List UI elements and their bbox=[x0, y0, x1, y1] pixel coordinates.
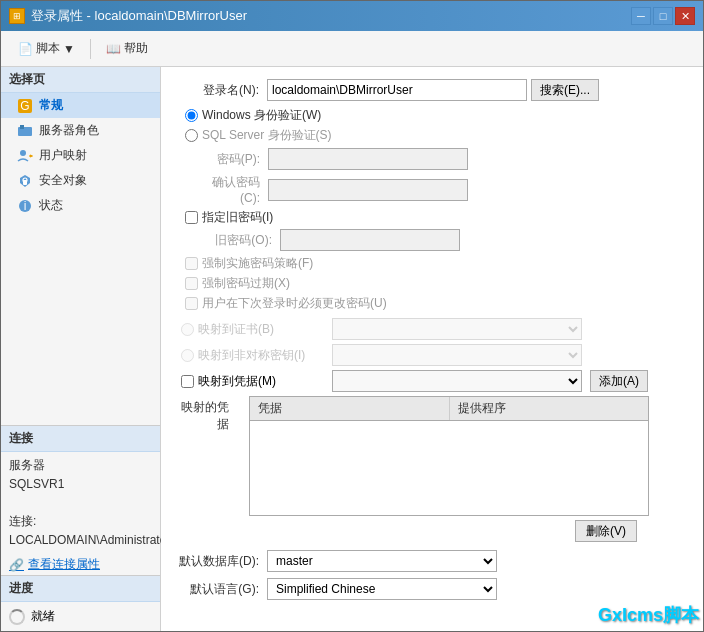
script-button[interactable]: 📄 脚本 ▼ bbox=[9, 36, 84, 61]
map-key-radio[interactable] bbox=[181, 349, 194, 362]
password-row: 密码(P): bbox=[193, 148, 687, 170]
map-cert-label: 映射到证书(B) bbox=[198, 321, 328, 338]
connect-label: 连接: bbox=[9, 512, 152, 531]
sidebar-item-label-status: 状态 bbox=[39, 197, 63, 214]
general-icon: G bbox=[17, 98, 33, 114]
enforce-expiration-label: 强制密码过期(X) bbox=[202, 275, 290, 292]
minimize-button[interactable]: ─ bbox=[631, 7, 651, 25]
sql-auth-radio[interactable] bbox=[185, 129, 198, 142]
enforce-expiration-checkbox[interactable] bbox=[185, 277, 198, 290]
toolbar: 📄 脚本 ▼ 📖 帮助 bbox=[1, 31, 703, 67]
script-icon: 📄 bbox=[18, 42, 33, 56]
connect-info: 服务器 SQLSVR1 连接: LOCALDOMAIN\Administrato… bbox=[1, 452, 160, 554]
default-database-select[interactable]: master bbox=[267, 550, 497, 572]
confirm-password-row: 确认密码(C): bbox=[193, 174, 687, 205]
sidebar: 选择页 G 常规 服务器角色 用户映射 bbox=[1, 67, 161, 631]
sql-auth-label: SQL Server 身份验证(S) bbox=[202, 127, 332, 144]
search-button[interactable]: 搜索(E)... bbox=[531, 79, 599, 101]
must-change-password-checkbox[interactable] bbox=[185, 297, 198, 310]
server-value: SQLSVR1 bbox=[9, 475, 152, 494]
old-password-row: 旧密码(O): bbox=[205, 229, 687, 251]
credentials-table: 凭据 提供程序 bbox=[249, 396, 649, 516]
view-properties-label: 查看连接属性 bbox=[28, 556, 100, 573]
main-content: 选择页 G 常规 服务器角色 用户映射 bbox=[1, 67, 703, 631]
delete-button[interactable]: 删除(V) bbox=[575, 520, 637, 542]
help-button[interactable]: 📖 帮助 bbox=[97, 36, 157, 61]
map-credential-checkbox[interactable] bbox=[181, 375, 194, 388]
sidebar-item-user-mapping[interactable]: 用户映射 bbox=[1, 143, 160, 168]
bottom-fields: 默认数据库(D): master 默认语言(G): Simplified Chi… bbox=[177, 550, 687, 600]
specify-old-password-row: 指定旧密码(I) bbox=[185, 209, 687, 226]
progress-status: 就绪 bbox=[31, 608, 55, 625]
key-select[interactable] bbox=[332, 344, 582, 366]
add-credential-button[interactable]: 添加(A) bbox=[590, 370, 648, 392]
title-bar-left: ⊞ 登录属性 - localdomain\DBMirrorUser bbox=[9, 7, 247, 25]
enforce-expiration-row: 强制密码过期(X) bbox=[185, 275, 687, 292]
help-icon: 📖 bbox=[106, 42, 121, 56]
credential-col-header: 凭据 bbox=[250, 397, 450, 420]
password-section: 密码(P): 确认密码(C): bbox=[193, 148, 687, 205]
progress-item: 就绪 bbox=[1, 602, 160, 631]
svg-point-4 bbox=[20, 150, 26, 156]
login-name-input[interactable] bbox=[267, 79, 527, 101]
sql-auth-row: SQL Server 身份验证(S) bbox=[177, 127, 687, 144]
sidebar-item-securables[interactable]: 安全对象 bbox=[1, 168, 160, 193]
specify-old-password-checkbox[interactable] bbox=[185, 211, 198, 224]
confirm-password-input[interactable] bbox=[268, 179, 468, 201]
title-buttons: ─ □ ✕ bbox=[631, 7, 695, 25]
cred-table-body bbox=[250, 421, 648, 511]
password-label: 密码(P): bbox=[193, 151, 268, 168]
cred-label-row: 映射的凭据 凭据 提供程序 bbox=[177, 396, 687, 516]
mapped-credentials-label: 映射的凭据 bbox=[177, 396, 237, 433]
delete-btn-row: 删除(V) bbox=[177, 520, 637, 542]
map-key-label: 映射到非对称密钥(I) bbox=[198, 347, 328, 364]
password-input[interactable] bbox=[268, 148, 468, 170]
enforce-policy-checkbox[interactable] bbox=[185, 257, 198, 270]
provider-col-header: 提供程序 bbox=[450, 397, 649, 420]
server-label: 服务器 bbox=[9, 456, 152, 475]
close-button[interactable]: ✕ bbox=[675, 7, 695, 25]
window-title: 登录属性 - localdomain\DBMirrorUser bbox=[31, 7, 247, 25]
window-icon: ⊞ bbox=[9, 8, 25, 24]
link-icon: 🔗 bbox=[9, 558, 24, 572]
svg-rect-3 bbox=[20, 125, 24, 129]
cert-select[interactable] bbox=[332, 318, 582, 340]
credential-select[interactable] bbox=[332, 370, 582, 392]
sidebar-item-server-roles[interactable]: 服务器角色 bbox=[1, 118, 160, 143]
script-label: 脚本 bbox=[36, 40, 60, 57]
default-database-label: 默认数据库(D): bbox=[177, 553, 267, 570]
form-area: 登录名(N): 搜索(E)... Windows 身份验证(W) SQL Ser… bbox=[161, 67, 703, 631]
map-to-cert-row: 映射到证书(B) bbox=[177, 318, 687, 340]
default-language-label: 默认语言(G): bbox=[177, 581, 267, 598]
sidebar-item-status[interactable]: i 状态 bbox=[1, 193, 160, 218]
login-name-controls: 搜索(E)... bbox=[267, 79, 687, 101]
map-to-credential-row: 映射到凭据(M) 添加(A) bbox=[177, 370, 687, 392]
sidebar-item-label-general: 常规 bbox=[39, 97, 63, 114]
sidebar-item-general[interactable]: G 常规 bbox=[1, 93, 160, 118]
svg-text:i: i bbox=[24, 199, 27, 213]
enforce-policy-row: 强制实施密码策略(F) bbox=[185, 255, 687, 272]
select-page-title: 选择页 bbox=[1, 67, 160, 93]
login-name-row: 登录名(N): 搜索(E)... bbox=[177, 79, 687, 101]
user-mapping-icon bbox=[17, 148, 33, 164]
progress-section: 进度 就绪 bbox=[1, 575, 160, 631]
view-properties-link[interactable]: 🔗 查看连接属性 bbox=[1, 554, 160, 575]
svg-text:G: G bbox=[20, 99, 29, 113]
progress-spinner bbox=[9, 609, 25, 625]
must-change-password-row: 用户在下次登录时必须更改密码(U) bbox=[185, 295, 687, 312]
default-language-select[interactable]: Simplified Chinese bbox=[267, 578, 497, 600]
maximize-button[interactable]: □ bbox=[653, 7, 673, 25]
connect-value: LOCALDOMAIN\Administrator bbox=[9, 531, 152, 550]
default-language-row: 默认语言(G): Simplified Chinese bbox=[177, 578, 687, 600]
help-label: 帮助 bbox=[124, 40, 148, 57]
connect-title: 连接 bbox=[1, 426, 160, 452]
map-cert-radio[interactable] bbox=[181, 323, 194, 336]
specify-old-password-label: 指定旧密码(I) bbox=[202, 209, 273, 226]
login-name-label: 登录名(N): bbox=[177, 82, 267, 99]
connect-section: 连接 服务器 SQLSVR1 连接: LOCALDOMAIN\Administr… bbox=[1, 425, 160, 575]
sidebar-item-label-server-roles: 服务器角色 bbox=[39, 122, 99, 139]
server-roles-icon bbox=[17, 123, 33, 139]
windows-auth-radio[interactable] bbox=[185, 109, 198, 122]
old-password-input[interactable] bbox=[280, 229, 460, 251]
auth-type-group: Windows 身份验证(W) SQL Server 身份验证(S) bbox=[177, 107, 687, 144]
